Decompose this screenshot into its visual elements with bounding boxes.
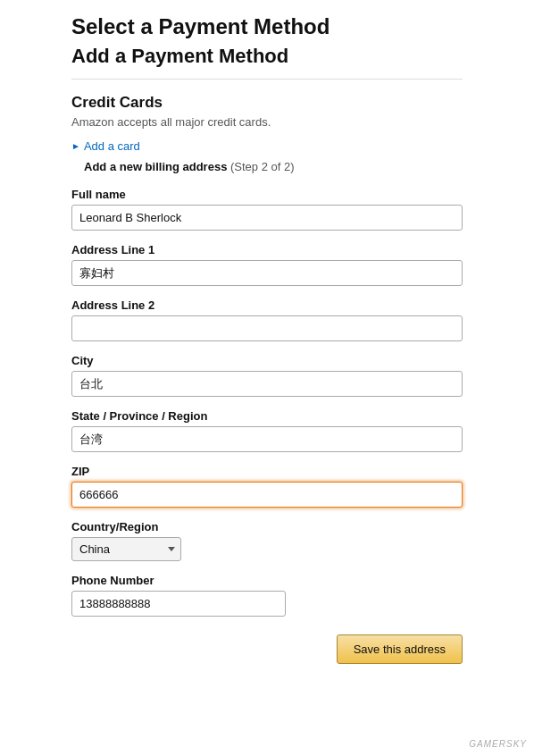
watermark: GAMERSKY [469, 739, 527, 749]
divider [71, 79, 463, 80]
phone-label: Phone Number [71, 574, 463, 587]
billing-step: Add a new billing address (Step 2 of 2) [84, 160, 463, 173]
add-card-link[interactable]: ► Add a card [71, 139, 140, 153]
chevron-right-icon: ► [71, 141, 80, 151]
full-name-input[interactable] [71, 205, 463, 231]
save-btn-wrap: Save this address [71, 634, 463, 664]
full-name-label: Full name [71, 188, 463, 201]
billing-step-text: Add a new billing address [84, 160, 227, 173]
phone-group: Phone Number [71, 574, 463, 617]
address2-group: Address Line 2 [71, 298, 463, 341]
country-select-wrap: China United States United Kingdom Japan… [71, 537, 181, 561]
state-label: State / Province / Region [71, 409, 463, 423]
address1-group: Address Line 1 [71, 243, 463, 286]
state-input[interactable] [71, 426, 463, 452]
add-card-label: Add a card [84, 139, 140, 153]
address1-input[interactable] [71, 260, 463, 286]
country-label: Country/Region [71, 520, 463, 533]
page-container: Select a Payment Method Add a Payment Me… [0, 0, 534, 700]
phone-input[interactable] [71, 591, 286, 617]
country-group: Country/Region China United States Unite… [71, 520, 463, 561]
main-title: Select a Payment Method [71, 14, 463, 39]
zip-input[interactable] [71, 482, 463, 508]
save-address-button[interactable]: Save this address [337, 634, 463, 664]
credit-cards-subtitle: Amazon accepts all major credit cards. [71, 115, 463, 129]
sub-title: Add a Payment Method [71, 45, 463, 68]
city-group: City [71, 354, 463, 397]
address2-input[interactable] [71, 315, 463, 341]
zip-group: ZIP [71, 465, 463, 508]
city-label: City [71, 354, 463, 367]
full-name-group: Full name [71, 188, 463, 231]
city-input[interactable] [71, 371, 463, 397]
billing-step-detail: (Step 2 of 2) [230, 160, 295, 173]
address1-label: Address Line 1 [71, 243, 463, 256]
address2-label: Address Line 2 [71, 298, 463, 312]
credit-cards-title: Credit Cards [71, 94, 463, 112]
state-group: State / Province / Region [71, 409, 463, 452]
zip-label: ZIP [71, 465, 463, 478]
country-select[interactable]: China United States United Kingdom Japan… [71, 537, 181, 561]
